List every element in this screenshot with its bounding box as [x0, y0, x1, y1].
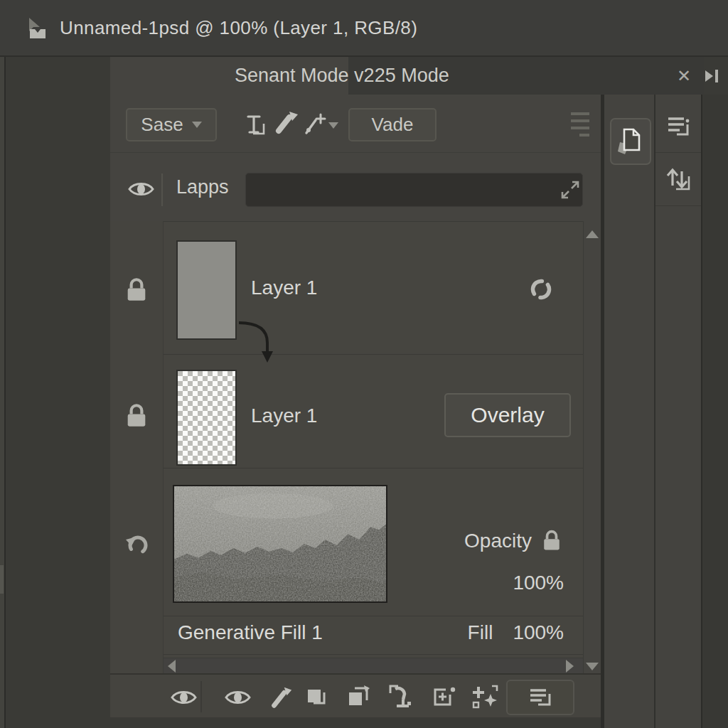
- blend-mode-label: Sase: [141, 114, 183, 136]
- scroll-right-arrow[interactable]: [566, 660, 574, 673]
- eye-icon[interactable]: [171, 687, 197, 707]
- type-tool-icon[interactable]: [242, 111, 270, 139]
- layer-list-icon: [527, 686, 554, 709]
- pen-tool-icon[interactable]: [267, 683, 294, 712]
- lapps-label: Lapps: [176, 153, 229, 221]
- generative-sparkle-icon[interactable]: [469, 682, 499, 712]
- add-anchor-icon[interactable]: [299, 111, 328, 139]
- opacity-label: Opacity: [464, 530, 532, 552]
- add-adjustment-icon[interactable]: [429, 684, 458, 711]
- layer-name[interactable]: Layer 1: [251, 277, 317, 299]
- chevron-down-icon[interactable]: [328, 122, 338, 129]
- panel-footer: [110, 717, 601, 728]
- fill-row: Fill 100%: [0, 621, 564, 644]
- document-title: Unnamed-1psd @ 100% (Layer 1, RGB/8): [60, 0, 417, 55]
- dock-strip: [604, 95, 655, 728]
- document-panel-button[interactable]: [610, 118, 651, 165]
- row-divider: [164, 354, 583, 355]
- opacity-value[interactable]: 100%: [0, 572, 564, 594]
- close-panel-button[interactable]: ✕: [668, 57, 700, 95]
- pen-tool-icon[interactable]: [272, 108, 300, 136]
- move-tool-icon: [24, 17, 50, 41]
- row-divider: [164, 654, 583, 655]
- document-icon: [618, 127, 643, 156]
- title-bar: Unnamed-1psd @ 100% (Layer 1, RGB/8): [0, 0, 728, 57]
- eye-icon[interactable]: [225, 687, 251, 707]
- merge-arrow: [236, 318, 279, 364]
- menu-lines-icon[interactable]: [571, 111, 591, 139]
- horizontal-scrollbar[interactable]: [164, 658, 583, 673]
- blend-mode-dropdown[interactable]: Sase: [126, 108, 217, 141]
- dock-divider: [655, 152, 701, 153]
- tab-label: Senant Mode v225 Mode: [235, 57, 449, 95]
- sync-icon[interactable]: [528, 276, 555, 303]
- overlay-blend-button[interactable]: Overlay: [444, 393, 571, 437]
- dock-divider: [655, 205, 701, 206]
- application-window: Unnamed-1psd @ 100% (Layer 1, RGB/8) Sen…: [0, 0, 728, 728]
- overlay-label: Overlay: [471, 403, 544, 427]
- fill-value[interactable]: 100%: [513, 621, 564, 644]
- lock-icon[interactable]: [125, 277, 148, 304]
- right-edge-dock: [701, 95, 728, 728]
- import-export-icon[interactable]: [664, 165, 692, 193]
- divider: [200, 681, 202, 712]
- layer-list-button[interactable]: [506, 680, 574, 715]
- opacity-lock-icon[interactable]: [542, 529, 562, 552]
- fill-label: Fill: [468, 621, 493, 644]
- layer-thumbnail-transparent[interactable]: [176, 370, 237, 466]
- new-layer-icon[interactable]: [346, 684, 373, 711]
- divider: [161, 173, 163, 206]
- chevron-down-icon: [192, 122, 202, 128]
- row-divider: [164, 616, 583, 616]
- lamp-icon[interactable]: [387, 682, 417, 712]
- opacity-row: Opacity: [0, 529, 562, 552]
- scroll-up-arrow[interactable]: [586, 230, 599, 238]
- lapps-input[interactable]: [245, 173, 583, 207]
- vade-label: Vade: [372, 114, 414, 136]
- duplicate-layer-icon[interactable]: [304, 684, 331, 711]
- lock-icon[interactable]: [125, 402, 148, 429]
- tab-senant-mode[interactable]: Senant Mode v225 Mode: [110, 57, 348, 95]
- eye-icon[interactable]: [128, 179, 154, 199]
- expand-icon[interactable]: [560, 180, 580, 200]
- collapse-panel-icon[interactable]: [704, 57, 728, 95]
- row-divider: [164, 468, 583, 469]
- layer-thumbnail[interactable]: [176, 240, 237, 340]
- layer-list-icon[interactable]: [665, 114, 692, 139]
- scroll-left-arrow[interactable]: [168, 660, 176, 673]
- scroll-down-arrow[interactable]: [586, 663, 599, 670]
- layer-name[interactable]: Layer 1: [251, 405, 317, 427]
- vertical-scrollbar[interactable]: [583, 221, 601, 673]
- vade-button[interactable]: Vade: [348, 108, 437, 141]
